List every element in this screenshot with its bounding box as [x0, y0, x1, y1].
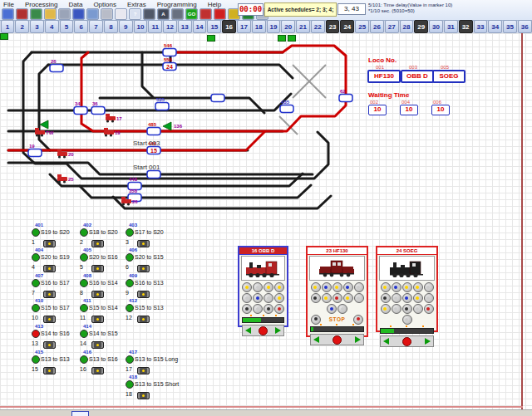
page-button-4[interactable]: 4 — [45, 20, 59, 33]
function-button[interactable] — [274, 304, 284, 314]
link-icon[interactable] — [58, 8, 71, 20]
function-button[interactable] — [242, 304, 252, 314]
page-button-18[interactable]: 18 — [252, 20, 266, 33]
schedule-led[interactable] — [126, 355, 134, 364]
block-marker[interactable]: 435 — [280, 100, 293, 113]
block-marker[interactable]: 19 — [28, 144, 42, 157]
block-marker[interactable]: 485 — [147, 122, 160, 135]
forward-button[interactable] — [275, 327, 281, 334]
function-button[interactable] — [242, 293, 252, 303]
function-button[interactable] — [402, 315, 412, 325]
train-icon[interactable]: TW — [35, 128, 54, 137]
menu-item-processing[interactable]: Processing — [23, 1, 60, 8]
print-icon[interactable] — [101, 8, 113, 20]
function-button[interactable] — [381, 282, 391, 292]
speed-slider[interactable] — [380, 328, 434, 334]
function-button[interactable] — [392, 293, 401, 303]
block-marker[interactable] — [211, 95, 224, 102]
schedule-start-button[interactable] — [43, 341, 56, 349]
function-button[interactable] — [264, 304, 273, 314]
signal-arrow[interactable] — [40, 120, 48, 129]
page-button-12[interactable]: 12 — [163, 20, 177, 33]
block-marker[interactable]: 36 — [91, 101, 105, 115]
speed-slider[interactable] — [310, 326, 364, 332]
function-button[interactable] — [332, 293, 342, 303]
page-button-36[interactable]: 36 — [518, 20, 532, 33]
speed-slider[interactable] — [242, 317, 284, 323]
page-button-2[interactable]: 2 — [15, 20, 29, 33]
page-button-14[interactable]: 14 — [193, 20, 207, 33]
page-button-24[interactable]: 24 — [340, 20, 354, 33]
schedule-start-button[interactable] — [137, 240, 150, 247]
stop-button[interactable] — [402, 337, 411, 346]
schedule-led[interactable] — [32, 253, 40, 262]
schedule-led[interactable] — [80, 253, 88, 262]
save-icon[interactable] — [72, 8, 85, 20]
function-button[interactable] — [424, 293, 434, 303]
function-button[interactable] — [392, 304, 401, 314]
text-icon[interactable]: A — [157, 8, 170, 20]
page-button-35[interactable]: 35 — [503, 20, 517, 33]
function-button[interactable] — [402, 304, 412, 314]
schedule-led[interactable] — [32, 330, 40, 338]
function-button[interactable] — [402, 293, 412, 303]
page-button-13[interactable]: 13 — [178, 20, 192, 33]
page-button-25[interactable]: 25 — [355, 20, 369, 33]
function-button[interactable] — [274, 282, 284, 292]
page-button-21[interactable]: 21 — [296, 20, 310, 33]
page-button-9[interactable]: 9 — [119, 20, 133, 33]
value-box[interactable]: 3, 43 — [337, 3, 366, 15]
reverse-button[interactable] — [245, 327, 251, 334]
page-button-8[interactable]: 8 — [104, 20, 118, 33]
schedule-led[interactable] — [80, 330, 88, 338]
page-button-10[interactable]: 10 — [134, 20, 148, 33]
function-button[interactable] — [354, 282, 364, 292]
function-button[interactable] — [264, 293, 273, 303]
menu-item-file[interactable]: File — [2, 1, 16, 8]
menu-item-options[interactable]: Options — [91, 1, 118, 8]
table-icon[interactable] — [86, 8, 99, 20]
page-button-19[interactable]: 19 — [267, 20, 281, 33]
schedule-start-button[interactable] — [43, 316, 56, 323]
waiting-time-box[interactable]: 10 — [400, 105, 418, 115]
schedule-led[interactable] — [126, 279, 134, 287]
schedule-start-button[interactable] — [91, 316, 104, 323]
loco-number-box[interactable]: SOEG — [432, 70, 466, 83]
schedule-led[interactable] — [80, 304, 88, 312]
function-button[interactable] — [413, 293, 423, 303]
function-button[interactable] — [392, 282, 401, 292]
block-marker[interactable]: 24556 — [163, 57, 176, 71]
waiting-time-box[interactable]: 10 — [431, 105, 450, 115]
menu-item-programming[interactable]: Programming — [155, 1, 199, 8]
function-button[interactable] — [311, 293, 321, 303]
menu-item-data[interactable]: Data — [66, 1, 84, 8]
block-marker[interactable]: 546 — [163, 43, 176, 56]
page-button-27[interactable]: 27 — [385, 20, 399, 33]
schedule-start-button[interactable] — [43, 240, 56, 247]
function-button[interactable] — [327, 304, 337, 314]
schedule-start-button[interactable] — [43, 367, 56, 374]
function-button[interactable] — [381, 293, 391, 303]
schedule-start-button[interactable] — [137, 392, 150, 399]
function-button[interactable] — [413, 282, 423, 292]
schedule-led[interactable] — [126, 253, 134, 262]
function-button[interactable] — [242, 282, 252, 292]
function-button[interactable] — [343, 282, 353, 292]
panel-icon[interactable] — [2, 8, 14, 20]
page-button-34[interactable]: 34 — [488, 20, 502, 33]
function-button[interactable] — [253, 282, 263, 292]
schedule-led[interactable] — [126, 228, 134, 237]
schedule-start-button[interactable] — [137, 367, 150, 374]
function-button[interactable] — [253, 304, 263, 314]
page-button-31[interactable]: 31 — [444, 20, 458, 33]
page-button-5[interactable]: 5 — [60, 20, 74, 33]
page-button-6[interactable]: 6 — [74, 20, 88, 33]
schedule-led[interactable] — [80, 279, 88, 287]
schedule-led[interactable] — [126, 304, 134, 312]
find-icon[interactable] — [143, 8, 155, 20]
menu-item-extras[interactable]: Extras — [126, 1, 148, 8]
page-button-20[interactable]: 20 — [281, 20, 295, 33]
train-icon[interactable]: 17 — [106, 114, 122, 123]
function-button[interactable] — [311, 282, 321, 292]
schedule-led[interactable] — [126, 380, 134, 389]
